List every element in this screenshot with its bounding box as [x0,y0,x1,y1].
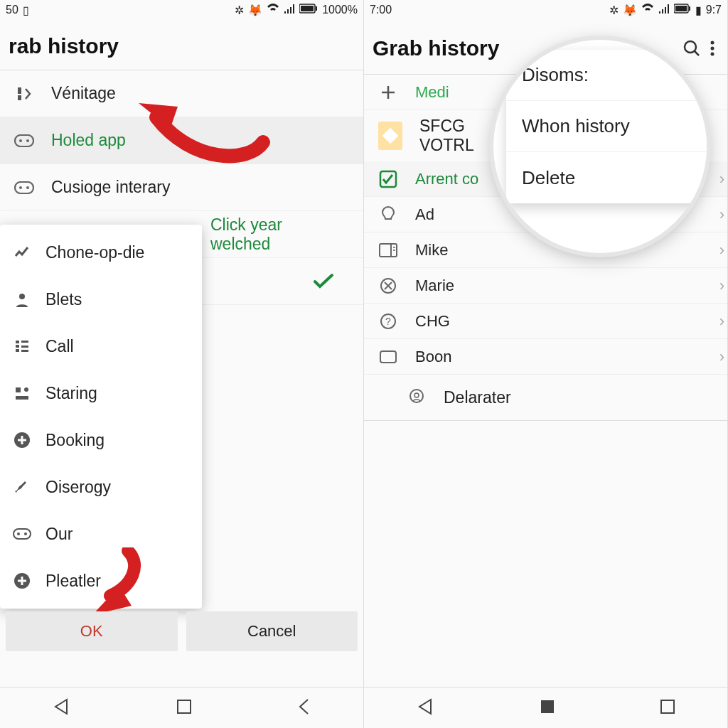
drop-call[interactable]: Call [0,323,202,370]
svg-rect-15 [21,341,28,343]
row-chg[interactable]: ? CHG › [364,304,727,339]
row-venitage[interactable]: Vénitage [0,70,363,117]
trend-icon [13,243,31,262]
rect-icon [378,347,398,367]
signal-icon [658,4,670,16]
svg-point-11 [19,294,25,299]
ok-button[interactable]: OK [6,611,178,651]
venitage-icon [14,84,34,104]
fox-icon: 🦊 [623,4,637,17]
svg-point-31 [711,41,714,45]
svg-rect-12 [16,341,19,343]
home-icon[interactable] [540,699,555,717]
drop-oiserogy[interactable]: Oiserogy [0,464,202,510]
svg-rect-13 [16,345,19,348]
menu-button[interactable] [706,34,719,63]
brush-icon [13,478,31,496]
drop-staring[interactable]: Staring [0,370,202,417]
status-bar: 7:00 ✲ 🦊 ▮ 9:7 [364,0,727,20]
chevron-icon: › [719,277,724,295]
magnifier-overlay: Disoms: Whon history Delete [493,40,707,253]
drop-label: Call [46,337,74,356]
plus-circle-icon [13,431,31,449]
drop-pleatler[interactable]: Pleatler [0,557,202,604]
svg-point-30 [685,41,696,53]
drop-blets[interactable]: Blets [0,276,202,323]
check-row [202,258,363,305]
list-icon [13,337,31,355]
svg-rect-17 [21,350,28,352]
drop-booking[interactable]: Booking [0,417,202,464]
svg-rect-16 [21,346,28,348]
drop-label: Chone-op-die [46,243,144,262]
svg-rect-5 [15,135,33,146]
row-holed-app[interactable]: Holed app [0,117,363,164]
menu-delete[interactable]: Delete [506,152,707,203]
svg-text:?: ? [385,316,391,327]
drop-label: Pleatler [46,572,101,591]
drop-label: Staring [46,384,97,403]
recent-icon[interactable] [660,699,675,717]
status-time: 7:00 [370,4,392,16]
eye2-icon [14,178,34,198]
menu-label: Disoms: [522,64,589,86]
battery-icon [674,4,691,16]
page-title: Grab history [373,36,499,60]
svg-point-20 [24,387,28,392]
filter-dropdown: Chone-op-die Blets Call Staring Booking … [0,225,202,609]
svg-rect-8 [15,182,33,193]
svg-rect-28 [675,6,687,11]
search-button[interactable] [678,34,706,63]
check-icon [312,273,335,290]
svg-rect-2 [316,6,317,11]
svg-point-7 [26,139,29,142]
battery-label: 1000% [322,4,358,16]
plus-icon [378,82,398,102]
charge-icon: ▮ [695,4,702,17]
row-marie[interactable]: Marie › [364,268,727,304]
row-boon[interactable]: Boon › [364,339,727,375]
drop-label: Blets [46,290,82,309]
person-icon [13,290,31,309]
svg-rect-4 [18,95,21,100]
wifi-icon [641,4,654,16]
system-navbar [364,687,727,728]
back-icon[interactable] [53,697,71,719]
help-icon: ? [378,311,398,331]
back-icon[interactable] [417,697,435,719]
svg-point-23 [17,532,20,535]
cancel-button[interactable]: Cancel [186,611,358,651]
svg-rect-19 [16,396,28,400]
wifi-icon [267,4,279,16]
drop-chone[interactable]: Chone-op-die [0,229,202,276]
cancel-label: Cancel [247,622,296,641]
chevron-icon: › [719,170,724,188]
battery-icon [299,4,318,16]
fox-icon: 🦊 [248,4,262,17]
drop-our[interactable]: Our [0,510,202,557]
menu-whon-history[interactable]: Whon history [506,101,707,152]
svg-rect-18 [16,387,21,392]
bug-icon: ✲ [235,4,244,17]
svg-point-33 [711,53,714,56]
svg-point-24 [24,532,27,535]
row-delarater[interactable]: Delarater [364,375,727,420]
share-icon [13,384,31,402]
hint-row: Click year welched [202,211,363,258]
row-cusioge[interactable]: Cusioge interary [0,164,363,211]
chevron-icon: › [719,348,724,366]
recent-icon[interactable] [298,697,311,719]
row-label: CHG [415,312,702,331]
svg-rect-42 [380,351,396,363]
home-icon[interactable] [176,699,192,717]
x-circle-icon [378,276,398,296]
page-title: rab history [9,34,119,58]
svg-rect-29 [689,6,690,11]
title-bar: rab history [0,20,363,70]
status-time-right: 9:7 [706,4,722,16]
row-label: Boon [415,348,702,366]
row-label: Vénitage [51,84,360,103]
svg-point-9 [19,186,22,189]
plus-circle2-icon [13,572,31,590]
drop-label: Our [46,525,73,544]
